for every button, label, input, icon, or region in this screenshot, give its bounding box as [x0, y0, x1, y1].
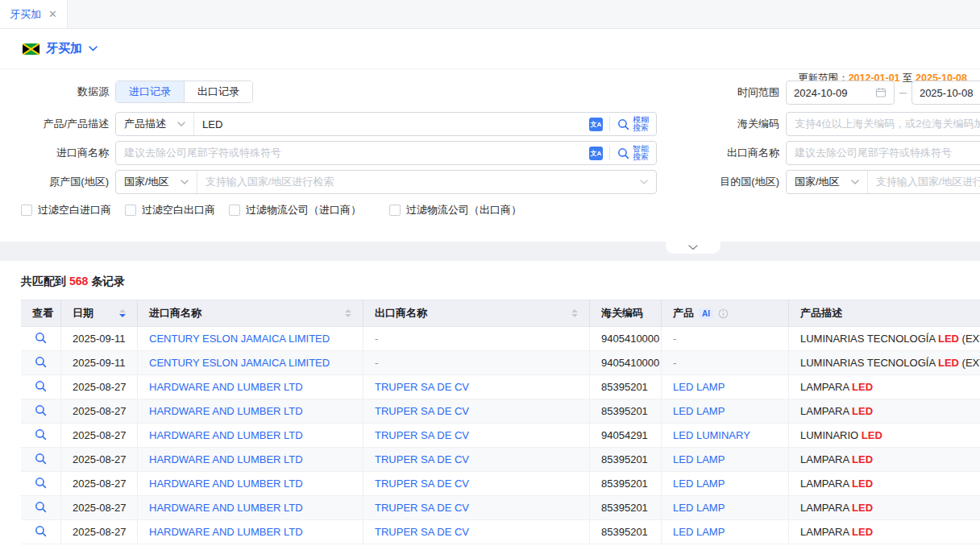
- cell-importer-link[interactable]: HARDWARE AND LUMBER LTD: [137, 399, 363, 424]
- col-header-date[interactable]: 日期: [60, 300, 137, 327]
- tab-close-icon[interactable]: ✕: [48, 8, 57, 20]
- view-record-button[interactable]: [35, 477, 47, 489]
- checkbox-filter-logistics-importer[interactable]: 过滤物流公司（进口商）: [229, 203, 361, 217]
- cell-importer-link[interactable]: HARDWARE AND LUMBER LTD: [137, 520, 363, 544]
- table-row: 2025-09-11 CENTURY ESLON JAMAICA LIMITED…: [21, 327, 980, 351]
- checkbox-icon[interactable]: [229, 205, 240, 216]
- cell-date: 2025-08-27: [60, 472, 137, 496]
- toggle-export-records[interactable]: 出口记录: [184, 81, 252, 102]
- smart-search-button[interactable]: 智能搜索: [610, 142, 656, 164]
- smart-search-line2: 搜索: [633, 152, 649, 161]
- sort-control-exporter[interactable]: [571, 309, 578, 317]
- view-record-button[interactable]: [35, 356, 47, 368]
- sort-control-importer[interactable]: [345, 309, 351, 317]
- ai-badge: AI: [699, 308, 713, 319]
- col-header-exporter[interactable]: 出口商名称: [363, 300, 589, 327]
- fuzzy-search-button[interactable]: 模糊搜索: [610, 113, 656, 135]
- search-icon: [617, 118, 629, 130]
- view-record-button[interactable]: [35, 453, 47, 465]
- data-source-label: 数据源: [19, 85, 109, 99]
- results-summary: 共匹配到568条记录: [0, 261, 980, 289]
- view-record-button[interactable]: [35, 525, 47, 537]
- cell-importer-link[interactable]: HARDWARE AND LUMBER LTD: [137, 472, 363, 496]
- destination-country-input[interactable]: 支持输入国家/地区进行检索: [868, 171, 980, 193]
- cell-product[interactable]: LED LAMP: [661, 472, 788, 496]
- view-record-button[interactable]: [35, 428, 47, 440]
- checkbox-filter-blank-exporter[interactable]: 过滤空白出口商: [125, 203, 215, 217]
- cell-product[interactable]: LED LAMP: [661, 520, 788, 544]
- cell-importer-link[interactable]: HARDWARE AND LUMBER LTD: [137, 496, 363, 520]
- cell-product[interactable]: LED LAMP: [661, 375, 788, 399]
- cell-product[interactable]: LED LAMP: [661, 448, 788, 472]
- checkbox-label: 过滤物流公司（出口商）: [406, 203, 521, 217]
- date-start-input[interactable]: 2024-10-09: [786, 81, 895, 105]
- cell-product: -: [661, 351, 788, 375]
- cell-product[interactable]: LED LAMP: [661, 496, 788, 520]
- cell-importer-link[interactable]: CENTURY ESLON JAMAICA LIMITED: [137, 351, 363, 375]
- view-record-button[interactable]: [35, 332, 47, 344]
- hs-code-input[interactable]: 支持4位以上海关编码，或2位海关编码加上: [786, 112, 980, 136]
- col-header-product-label: 产品: [673, 306, 694, 320]
- product-search-input[interactable]: LED: [194, 113, 589, 135]
- cell-exporter: -: [363, 327, 589, 351]
- toggle-import-records[interactable]: 进口记录: [116, 81, 184, 102]
- cell-exporter[interactable]: TRUPER SA DE CV: [363, 424, 589, 448]
- col-header-hs: 海关编码: [589, 300, 661, 327]
- checkbox-filter-blank-importer[interactable]: 过滤空白进口商: [21, 203, 111, 217]
- destination-country-group: 国家/地区 支持输入国家/地区进行检索: [786, 170, 980, 194]
- cell-importer-link[interactable]: HARDWARE AND LUMBER LTD: [137, 375, 363, 399]
- cell-product[interactable]: LED LAMP: [661, 399, 788, 424]
- origin-country-input[interactable]: 支持输入国家/地区进行检索: [197, 171, 640, 193]
- cell-exporter[interactable]: TRUPER SA DE CV: [363, 448, 589, 472]
- destination-select-value: 国家/地区: [795, 175, 840, 189]
- col-header-importer[interactable]: 进口商名称: [137, 300, 363, 327]
- checkbox-icon[interactable]: [389, 205, 401, 216]
- translate-icon[interactable]: 文A: [589, 147, 603, 160]
- product-type-select[interactable]: 产品描述: [116, 113, 194, 135]
- cell-product-description: LAMPARA LED: [788, 399, 980, 424]
- origin-country-select[interactable]: 国家/地区: [116, 171, 197, 193]
- cell-date: 2025-08-27: [60, 375, 137, 399]
- tab-jamaica[interactable]: 牙买加 ✕: [0, 0, 68, 28]
- cell-exporter[interactable]: TRUPER SA DE CV: [363, 472, 589, 496]
- cell-product-description: LAMPARA LED: [788, 520, 980, 544]
- view-record-button[interactable]: [35, 501, 47, 513]
- cell-product-description: LAMPARA LED: [788, 472, 980, 496]
- cell-hs-code: 85395201: [589, 496, 661, 520]
- origin-select-value: 国家/地区: [124, 175, 169, 189]
- checkbox-icon[interactable]: [21, 205, 32, 216]
- destination-country-select[interactable]: 国家/地区: [787, 171, 868, 193]
- cell-importer-link[interactable]: CENTURY ESLON JAMAICA LIMITED: [137, 327, 363, 351]
- product-search-group: 产品描述 LED 文A 模糊搜索: [115, 112, 657, 136]
- summary-suffix: 条记录: [91, 275, 125, 287]
- checkbox-icon[interactable]: [125, 205, 136, 216]
- country-dropdown-chevron-icon[interactable]: [89, 46, 98, 52]
- checkbox-filter-logistics-exporter[interactable]: 过滤物流公司（出口商）: [389, 203, 521, 217]
- cell-exporter[interactable]: TRUPER SA DE CV: [363, 375, 589, 399]
- origin-country-label: 原产国(地区): [19, 175, 109, 189]
- cell-importer-link[interactable]: HARDWARE AND LUMBER LTD: [137, 424, 363, 448]
- cell-importer-link[interactable]: HARDWARE AND LUMBER LTD: [137, 448, 363, 472]
- cell-exporter[interactable]: TRUPER SA DE CV: [363, 520, 589, 544]
- cell-product[interactable]: LED LUMINARY: [661, 424, 788, 448]
- info-icon[interactable]: [718, 308, 729, 319]
- translate-icon[interactable]: 文A: [589, 118, 603, 131]
- calendar-icon[interactable]: [875, 87, 887, 98]
- data-source-toggle: 进口记录 出口记录: [115, 81, 253, 103]
- cell-exporter[interactable]: TRUPER SA DE CV: [363, 496, 589, 520]
- cell-exporter[interactable]: TRUPER SA DE CV: [363, 399, 589, 424]
- date-end-input[interactable]: 2025-10-08: [911, 81, 980, 105]
- filter-checkboxes: 过滤空白进口商 过滤空白出口商 过滤物流公司（进口商） 过滤物流公司（出口商）: [21, 203, 521, 217]
- view-record-button[interactable]: [35, 380, 47, 392]
- view-record-button[interactable]: [35, 404, 47, 416]
- cell-hs-code: 85395201: [589, 375, 661, 399]
- results-table: 查看 日期 进口商名称 出口商名称 海关编码 产品 AI: [21, 300, 980, 544]
- cell-hs-code: 9405410000: [589, 351, 661, 375]
- collapse-filters-button[interactable]: [666, 242, 720, 254]
- importer-input[interactable]: 建议去除公司尾部字符或特殊符号: [116, 142, 589, 164]
- exporter-input[interactable]: 建议去除公司尾部字符或特殊符号: [786, 141, 980, 165]
- country-name: 牙买加: [46, 41, 82, 56]
- sort-control-date[interactable]: [119, 309, 126, 317]
- cell-hs-code: 85395201: [589, 472, 661, 496]
- country-header: 牙买加: [0, 29, 980, 69]
